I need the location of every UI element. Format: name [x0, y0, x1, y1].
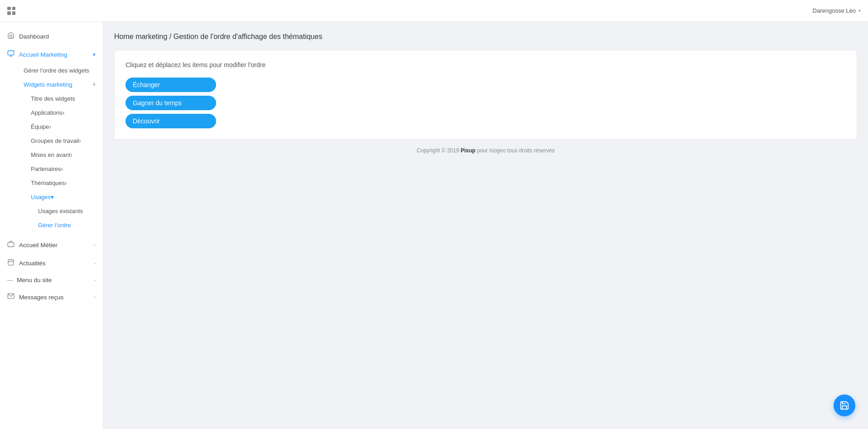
mises-chevron: › [70, 151, 72, 158]
svg-rect-0 [8, 51, 14, 55]
thematiques-chevron: › [65, 180, 67, 186]
topbar: Darengosse Léo ▾ [0, 0, 868, 22]
sidebar-item-accueil-metier[interactable]: Accueil Métier › [0, 236, 103, 254]
dashboard-icon [7, 32, 14, 41]
footer-prefix: Copyright © 2019 [417, 147, 461, 154]
drag-item-decouvrir[interactable]: Découvrir [125, 114, 216, 128]
footer: Copyright © 2019 Pixup pour Isogeo tous … [114, 140, 857, 161]
partenaires-chevron: › [61, 166, 63, 172]
sidebar-label-gerer-ordre-widgets: Gérer l'ordre des widgets [24, 67, 89, 74]
actualites-chevron: › [94, 260, 96, 266]
sidebar-item-accueil-marketing[interactable]: Accueil Marketing ▾ [0, 45, 103, 63]
svg-rect-3 [8, 243, 14, 247]
sidebar-label-menu-du-site: Menu du site [17, 277, 52, 283]
accueil-marketing-chevron: ▾ [93, 52, 96, 58]
messages-icon [7, 292, 14, 302]
accueil-metier-chevron: › [94, 242, 96, 248]
user-menu[interactable]: Darengosse Léo ▾ [813, 7, 861, 14]
drag-items-list: Échanger Gagner du temps Découvrir [125, 78, 216, 128]
sidebar-item-usages-existants[interactable]: Usages existants [0, 204, 103, 218]
widgets-marketing-chevron: ▾ [93, 82, 96, 88]
sidebar-label-accueil-marketing: Accueil Marketing [19, 51, 68, 58]
sidebar-label-partenaires: Partenaires [31, 166, 61, 172]
breadcrumb: Home marketing / Gestion de l'ordre d'af… [114, 33, 857, 41]
sidebar-label-accueil-metier: Accueil Métier [19, 242, 58, 249]
sidebar-label-mises-en-avant: Mises en avant [31, 151, 70, 158]
sidebar-item-menu-du-site[interactable]: — Menu du site › [0, 272, 103, 288]
sidebar-item-gerer-ordre[interactable]: Gérer l'ordre [0, 218, 103, 232]
order-card: Cliquez et déplacez les items pour modif… [114, 50, 857, 140]
sidebar: Dashboard Accueil Marketing ▾ Gérer l'or… [0, 22, 103, 429]
sidebar-label-groupes-de-travail: Groupes de travail [31, 137, 79, 144]
sidebar-item-mises-en-avant[interactable]: Mises en avant › [0, 148, 103, 162]
actualites-icon [7, 258, 14, 268]
sidebar-item-thematiques[interactable]: Thématiques › [0, 176, 103, 190]
sidebar-label-thematiques: Thématiques [31, 180, 65, 186]
sidebar-label-actualites: Actualités [19, 260, 46, 267]
sidebar-label-widgets-marketing: Widgets marketing [24, 81, 72, 88]
save-fab[interactable] [834, 395, 855, 416]
drag-item-gagner-du-temps[interactable]: Gagner du temps [125, 96, 216, 110]
sidebar-item-actualites[interactable]: Actualités › [0, 254, 103, 272]
menu-du-site-chevron: › [94, 278, 96, 283]
user-name: Darengosse Léo [813, 7, 856, 14]
sidebar-item-usages[interactable]: Usages ▾ [0, 190, 103, 204]
sidebar-label-titre-des-widgets: Titre des widgets [31, 95, 75, 102]
user-chevron: ▾ [858, 8, 861, 13]
sidebar-label-gerer-ordre: Gérer l'ordre [38, 222, 71, 229]
groupes-chevron: › [79, 137, 81, 144]
sidebar-item-dashboard[interactable]: Dashboard [0, 27, 103, 45]
svg-rect-4 [8, 260, 14, 265]
sidebar-label-equipe: Équipe [31, 123, 49, 130]
sidebar-label-usages-existants: Usages existants [38, 208, 83, 214]
messages-chevron: › [94, 294, 96, 300]
equipe-chevron: › [49, 123, 51, 130]
sidebar-label-usages: Usages [31, 194, 51, 200]
sidebar-label-applications: Applications [31, 109, 63, 116]
sidebar-item-partenaires[interactable]: Partenaires › [0, 162, 103, 176]
main-content: Home marketing / Gestion de l'ordre d'af… [103, 22, 868, 429]
menu-icon: — [7, 277, 12, 283]
drag-item-echanger[interactable]: Échanger [125, 78, 216, 92]
sidebar-item-equipe[interactable]: Équipe › [0, 120, 103, 134]
applications-chevron: › [63, 109, 64, 116]
usages-chevron: ▾ [51, 194, 54, 200]
footer-brand: Pixup [461, 147, 476, 154]
accueil-metier-icon [7, 240, 14, 249]
sidebar-label-dashboard: Dashboard [19, 33, 49, 40]
sidebar-item-messages-recus[interactable]: Messages reçus › [0, 288, 103, 306]
monitor-icon [7, 50, 14, 59]
sidebar-item-titre-des-widgets[interactable]: Titre des widgets [0, 92, 103, 106]
save-icon [839, 400, 849, 410]
sidebar-item-applications[interactable]: Applications › [0, 106, 103, 120]
sidebar-item-gerer-ordre-widgets[interactable]: Gérer l'ordre des widgets [0, 63, 103, 78]
footer-suffix: pour Isogeo tous droits réservés [475, 147, 555, 154]
sidebar-item-groupes-de-travail[interactable]: Groupes de travail › [0, 134, 103, 148]
card-hint: Cliquez et déplacez les items pour modif… [125, 61, 846, 68]
sidebar-item-widgets-marketing[interactable]: Widgets marketing ▾ [0, 78, 103, 92]
sidebar-label-messages-recus: Messages reçus [19, 294, 63, 301]
grid-icon[interactable] [7, 7, 15, 15]
